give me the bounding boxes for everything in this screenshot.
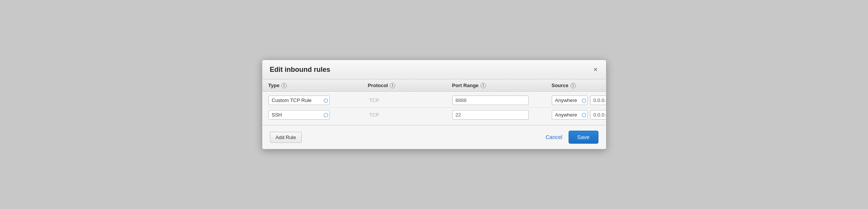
dialog-header: Edit inbound rules × <box>262 60 606 79</box>
protocol-info-icon[interactable]: i <box>390 83 395 88</box>
type-info-icon[interactable]: i <box>281 83 287 88</box>
protocol-value-1: TCP <box>368 97 379 103</box>
type-column-header: Type i <box>268 83 368 88</box>
protocol-cell-2: TCP <box>368 112 452 118</box>
table-row: Custom TCP Rule SSH HTTP HTTPS All TCP ⬡… <box>268 108 600 122</box>
port-range-cell-2 <box>452 110 552 120</box>
table-row: Custom TCP Rule SSH HTTP HTTPS All TCP ⬡… <box>268 93 600 108</box>
type-select-2[interactable]: Custom TCP Rule SSH HTTP HTTPS All TCP <box>268 110 330 120</box>
source-info-icon[interactable]: i <box>570 83 576 88</box>
port-range-cell-1 <box>452 96 552 105</box>
dialog-body: Type i Protocol i Port Range i Source i <box>262 79 606 123</box>
source-select-wrapper-2: Anywhere Custom My IP ⬡ <box>552 110 588 120</box>
add-rule-button[interactable]: Add Rule <box>270 132 302 143</box>
type-cell-2: Custom TCP Rule SSH HTTP HTTPS All TCP ⬡ <box>268 110 368 120</box>
port-range-input-1[interactable] <box>452 96 529 105</box>
port-range-column-header: Port Range i <box>452 83 552 88</box>
cancel-button[interactable]: Cancel <box>546 134 562 140</box>
type-cell-1: Custom TCP Rule SSH HTTP HTTPS All TCP ⬡ <box>268 96 368 105</box>
source-group-1: Anywhere Custom My IP ⬡ <box>552 96 606 105</box>
type-select-1[interactable]: Custom TCP Rule SSH HTTP HTTPS All TCP <box>268 96 330 105</box>
protocol-cell-1: TCP <box>368 97 452 103</box>
port-range-info-icon[interactable]: i <box>481 83 486 88</box>
source-select-1[interactable]: Anywhere Custom My IP <box>552 96 588 105</box>
source-cell-2: Anywhere Custom My IP ⬡ <box>552 110 606 120</box>
footer-right: Cancel Save <box>546 131 598 144</box>
table-header: Type i Protocol i Port Range i Source i <box>262 79 606 92</box>
type-select-wrapper-1: Custom TCP Rule SSH HTTP HTTPS All TCP ⬡ <box>268 96 330 105</box>
protocol-value-2: TCP <box>368 112 379 118</box>
source-cell-1: Anywhere Custom My IP ⬡ <box>552 96 606 105</box>
port-range-input-2[interactable] <box>452 110 529 120</box>
source-select-wrapper-1: Anywhere Custom My IP ⬡ <box>552 96 588 105</box>
source-group-2: Anywhere Custom My IP ⬡ <box>552 110 606 120</box>
table-rows: Custom TCP Rule SSH HTTP HTTPS All TCP ⬡… <box>262 92 606 123</box>
edit-inbound-rules-dialog: Edit inbound rules × Type i Protocol i P… <box>262 60 606 149</box>
source-select-2[interactable]: Anywhere Custom My IP <box>552 110 588 120</box>
dialog-footer: Add Rule Cancel Save <box>262 125 606 149</box>
cidr-input-2[interactable] <box>590 110 606 120</box>
close-button[interactable]: × <box>591 65 600 74</box>
save-button[interactable]: Save <box>569 131 598 144</box>
source-column-header: Source i <box>552 83 586 88</box>
dialog-title: Edit inbound rules <box>270 66 330 74</box>
cidr-input-1[interactable] <box>590 96 606 105</box>
protocol-column-header: Protocol i <box>368 83 452 88</box>
type-select-wrapper-2: Custom TCP Rule SSH HTTP HTTPS All TCP ⬡ <box>268 110 330 120</box>
